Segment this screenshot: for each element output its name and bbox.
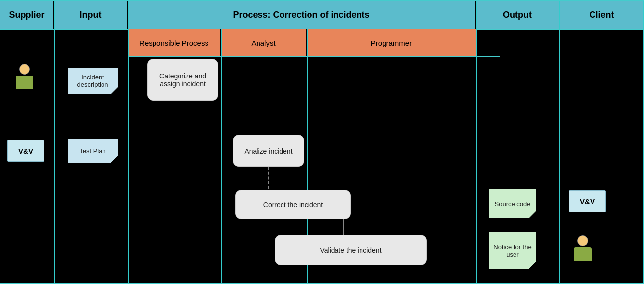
vline-2 bbox=[128, 0, 129, 284]
client-avatar-body bbox=[574, 247, 592, 261]
process-header-label: Process: Correction of incidents bbox=[233, 10, 369, 20]
vline-3 bbox=[221, 29, 222, 284]
correct-box: Correct the incident bbox=[235, 190, 351, 219]
client-vv-box: V&V bbox=[569, 190, 606, 212]
subheader-analyst: Analyst bbox=[221, 29, 307, 56]
analyze-box: Analize incident bbox=[233, 135, 304, 167]
testplan-label: Test Plan bbox=[79, 147, 105, 155]
client-header: Client bbox=[559, 0, 644, 29]
vline-1 bbox=[54, 0, 55, 284]
subheader-programmer-label: Programmer bbox=[371, 39, 412, 47]
testplan-note: Test Plan bbox=[64, 135, 122, 167]
categorize-label: Categorize and assign incident bbox=[152, 72, 214, 88]
testplan-inner: Test Plan bbox=[68, 139, 118, 163]
analyze-label: Analize incident bbox=[244, 147, 292, 155]
incident-description-label: Incident description bbox=[71, 74, 115, 88]
sourcecode-note: Source code bbox=[486, 185, 540, 222]
diagram: Supplier Input Process: Correction of in… bbox=[0, 0, 644, 284]
supplier-avatar-top bbox=[16, 64, 33, 89]
subheader-programmer: Programmer bbox=[307, 29, 476, 56]
supplier-vv-label: V&V bbox=[18, 147, 33, 155]
subheader-analyst-label: Analyst bbox=[251, 39, 275, 47]
subheader-responsible: Responsible Process bbox=[128, 29, 221, 56]
notice-inner: Notice for the user bbox=[489, 232, 536, 269]
notice-note: Notice for the user bbox=[486, 229, 540, 273]
hline-very-top bbox=[0, 0, 644, 1]
output-header-label: Output bbox=[503, 10, 532, 20]
subheader-responsible-label: Responsible Process bbox=[139, 39, 208, 47]
avatar-head-top bbox=[19, 64, 30, 75]
vline-6 bbox=[559, 0, 560, 284]
notice-label: Notice for the user bbox=[492, 243, 533, 258]
validate-box: Validate the incident bbox=[275, 235, 427, 265]
client-vv-label: V&V bbox=[580, 197, 595, 206]
correct-label: Correct the incident bbox=[263, 201, 323, 208]
supplier-header-label: Supplier bbox=[9, 10, 44, 20]
supplier-vv-box: V&V bbox=[7, 140, 44, 162]
process-header: Process: Correction of incidents bbox=[128, 0, 476, 29]
hline-subheader bbox=[128, 56, 500, 57]
subheader-row: Responsible Process Analyst Programmer bbox=[128, 29, 500, 56]
supplier-header: Supplier bbox=[0, 0, 54, 29]
client-avatar-head bbox=[577, 235, 588, 246]
output-header: Output bbox=[476, 0, 559, 29]
header-row: Supplier Input Process: Correction of in… bbox=[0, 0, 644, 29]
validate-label: Validate the incident bbox=[320, 246, 381, 254]
incident-description-inner: Incident description bbox=[68, 68, 118, 94]
client-header-label: Client bbox=[589, 10, 614, 20]
vline-5 bbox=[476, 0, 477, 284]
input-header: Input bbox=[54, 0, 128, 29]
sourcecode-inner: Source code bbox=[489, 189, 536, 218]
avatar-body-top bbox=[16, 76, 33, 89]
incident-description-note: Incident description bbox=[64, 64, 122, 98]
client-avatar bbox=[574, 235, 592, 261]
categorize-box: Categorize and assign incident bbox=[147, 59, 218, 101]
input-header-label: Input bbox=[80, 10, 102, 20]
sourcecode-label: Source code bbox=[495, 200, 531, 207]
